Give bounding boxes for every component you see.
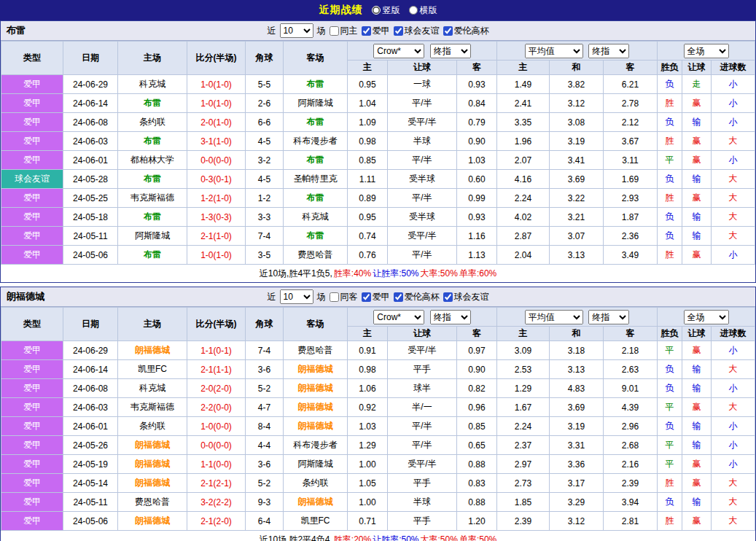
odds-stage-select[interactable]: 终指 (430, 310, 471, 324)
corner-cell: 3-5 (246, 246, 284, 265)
layout-radio-horizontal[interactable]: 横版 (409, 4, 437, 17)
handicap-result-cell: 赢 (682, 341, 712, 360)
asian-home-odds-cell: 1.00 (348, 493, 388, 512)
filter-controls: 近 10 场 同客 爱甲 爱伦高杯 球会友谊 (268, 289, 489, 304)
euro-away-odds-cell: 2.16 (604, 455, 658, 474)
handicap-result-cell: 赢 (682, 189, 712, 208)
layout-radio-vertical[interactable]: 竖版 (372, 4, 400, 17)
filter-checkbox-league1[interactable]: 爱甲 (362, 25, 390, 37)
euro-draw-odds-cell: 3.12 (550, 94, 604, 113)
asian-away-odds-cell: 0.99 (457, 189, 497, 208)
match-count-select[interactable]: 10 (280, 23, 313, 38)
competition-type-cell: 爱甲 (1, 455, 63, 474)
avg-stage-select[interactable]: 终指 (588, 44, 629, 58)
same-home-checkbox[interactable] (330, 26, 339, 36)
handicap-line-cell: 受半球 (388, 208, 457, 227)
col-header-handicap: 让球 (388, 61, 457, 75)
asian-away-odds-cell: 1.13 (457, 246, 497, 265)
league1-checkbox[interactable] (362, 26, 371, 36)
filter-checkbox-league3[interactable]: 球会友谊 (443, 291, 489, 303)
avg-type-select[interactable]: 平均值 (525, 310, 583, 324)
scope-select[interactable]: 全场 (684, 310, 729, 324)
asian-away-odds-cell: 0.88 (457, 493, 497, 512)
goals-result-cell: 大 (712, 208, 755, 227)
asian-home-odds-cell: 0.85 (348, 151, 388, 170)
away-team-cell: 阿斯隆城 (284, 94, 348, 113)
date-cell: 24-05-14 (63, 474, 118, 493)
euro-draw-odds-cell: 3.82 (550, 75, 604, 94)
competition-type-cell: 爱甲 (1, 94, 63, 113)
odds-company-select[interactable]: Crow* (373, 310, 424, 324)
filter-checkbox-league3[interactable]: 爱伦高杯 (443, 25, 489, 37)
col-header-away: 客场 (284, 308, 348, 341)
handicap-result-cell: 赢 (682, 246, 712, 265)
euro-home-odds-cell: 1.96 (497, 132, 550, 151)
goals-result-cell: 大 (712, 170, 755, 189)
same-away-checkbox[interactable] (330, 292, 339, 302)
handicap-line-cell: 一球 (388, 75, 457, 94)
corner-cell: 6-4 (246, 512, 284, 531)
corner-cell: 5-2 (246, 379, 284, 398)
score-cell: 2-2(0-0) (187, 398, 246, 417)
checkbox-label: 爱伦高杯 (405, 291, 440, 303)
asian-home-odds-cell: 1.00 (348, 455, 388, 474)
corner-cell: 3-6 (246, 455, 284, 474)
col-header-euro-home: 主 (497, 61, 550, 75)
handicap-result-cell: 赢 (682, 94, 712, 113)
asian-away-odds-cell: 1.16 (457, 227, 497, 246)
avg-stage-select[interactable]: 终指 (588, 310, 629, 324)
filter-checkbox-same-home[interactable]: 同主 (330, 25, 358, 37)
handicap-line-cell: 平/半 (388, 94, 457, 113)
summary-segment: 大率:50% (421, 268, 458, 280)
handicap-line-cell: 平手 (388, 360, 457, 379)
odds-stage-select[interactable]: 终指 (430, 44, 471, 58)
league2-checkbox[interactable] (394, 292, 403, 302)
date-cell: 24-05-06 (63, 512, 118, 531)
euro-away-odds-cell: 2.81 (604, 512, 658, 531)
match-count-select[interactable]: 10 (280, 289, 313, 304)
euro-away-odds-cell: 9.01 (604, 379, 658, 398)
league2-checkbox[interactable] (394, 26, 403, 36)
match-row: 爱甲24-06-14凯里FC2-1(1-1)3-6朗福德城0.98平手0.902… (1, 360, 755, 379)
competition-type-cell: 爱甲 (1, 208, 63, 227)
euro-draw-odds-cell: 3.69 (550, 398, 604, 417)
euro-home-odds-cell: 2.87 (497, 227, 550, 246)
handicap-line-cell: 平手 (388, 512, 457, 531)
vertical-radio-input[interactable] (372, 6, 381, 15)
match-row: 爱甲24-05-06朗福德城2-1(2-0)6-4凯里FC0.71平手1.202… (1, 512, 755, 531)
date-cell: 24-05-11 (63, 227, 118, 246)
euro-draw-odds-cell: 3.18 (550, 341, 604, 360)
scope-select-cell: 全场 (658, 42, 755, 61)
near-label: 近 (268, 291, 276, 303)
filter-checkbox-same-away[interactable]: 同客 (330, 291, 358, 303)
scope-select[interactable]: 全场 (684, 44, 729, 58)
goals-result-cell: 小 (712, 379, 755, 398)
euro-draw-odds-cell: 3.19 (550, 132, 604, 151)
col-header-euro-draw: 和 (550, 61, 604, 75)
euro-draw-odds-cell: 3.31 (550, 436, 604, 455)
dropdown-header-row: 类型 日期 主场 比分(半场) 角球 客场 Crow* 终指 平均值 终指 (1, 308, 755, 327)
handicap-line-cell: 平/半 (388, 436, 457, 455)
euro-home-odds-cell: 2.24 (497, 189, 550, 208)
horizontal-radio-input[interactable] (409, 6, 418, 15)
league3-checkbox[interactable] (443, 292, 453, 302)
league3-checkbox[interactable] (443, 26, 453, 36)
team-name: 布雷 (7, 24, 26, 37)
corner-cell: 9-3 (246, 493, 284, 512)
match-row: 爱甲24-06-03韦克斯福德2-2(0-0)4-7朗福德城0.92半/一0.9… (1, 398, 755, 417)
filter-checkbox-league2[interactable]: 球会友谊 (394, 25, 440, 37)
league1-checkbox[interactable] (362, 292, 371, 302)
date-cell: 24-05-26 (63, 436, 118, 455)
euro-home-odds-cell: 1.67 (497, 398, 550, 417)
col-header-asian-away: 客 (457, 327, 497, 341)
odds-company-select[interactable]: Crow* (373, 44, 424, 58)
asian-away-odds-cell: 0.84 (457, 94, 497, 113)
filter-checkbox-league2[interactable]: 爱伦高杯 (394, 291, 440, 303)
filter-checkbox-league1[interactable]: 爱甲 (362, 291, 390, 303)
match-row: 爱甲24-05-06布雷1-0(1-0)3-5费恩哈普0.76平/半1.132.… (1, 246, 755, 265)
avg-type-select[interactable]: 平均值 (525, 44, 583, 58)
away-team-cell: 朗福德城 (284, 417, 348, 436)
result-cell: 胜 (658, 189, 682, 208)
handicap-result-cell: 输 (682, 170, 712, 189)
euro-home-odds-cell: 2.37 (497, 436, 550, 455)
